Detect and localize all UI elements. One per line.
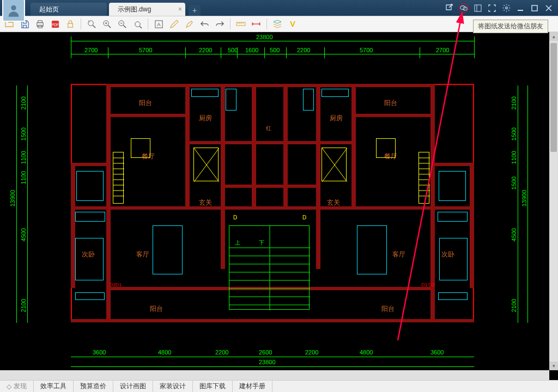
svg-text:PDF: PDF <box>51 23 58 27</box>
status-tools[interactable]: 效率工具 <box>34 381 74 392</box>
label-kitchen-l: 厨房 <box>199 114 212 123</box>
scroll-thumb-v[interactable] <box>550 43 557 152</box>
tab-start-label: 起始页 <box>39 5 59 14</box>
zoom-in-button[interactable] <box>101 18 113 30</box>
zoom-out-button[interactable] <box>116 18 128 30</box>
stairs-l <box>113 152 124 204</box>
fullscreen-icon[interactable] <box>487 3 497 13</box>
user-avatar[interactable] <box>2 0 25 22</box>
label-d1-r: D1 <box>421 282 428 287</box>
status-budget[interactable]: 预算造价 <box>74 381 113 392</box>
sink-l <box>226 89 236 111</box>
dim-top-5: 500 <box>270 47 280 53</box>
label-living-r: 客厅 <box>392 250 405 259</box>
tab-start[interactable]: 起始页 <box>31 3 107 16</box>
dim-right-1: 1500 <box>511 127 517 140</box>
dim-right-2: 1100 <box>511 151 517 164</box>
dim-bot-2: 2200 <box>215 349 228 356</box>
label-d1-l: D1 <box>116 282 122 287</box>
label-entrance-r: 玄关 <box>327 198 340 207</box>
svg-line-21 <box>123 25 126 28</box>
scrollbar-horizontal[interactable] <box>0 370 549 380</box>
pdf-button[interactable]: PDF <box>49 18 61 30</box>
svg-point-0 <box>11 5 16 10</box>
dim-right-4: 4500 <box>511 228 517 241</box>
highlight-button[interactable] <box>183 18 195 30</box>
scroll-down-button[interactable]: ▾ <box>549 362 558 370</box>
status-library[interactable]: 图库下载 <box>193 381 233 392</box>
share-icon[interactable] <box>445 3 454 13</box>
svg-rect-13 <box>68 23 73 27</box>
layers-button[interactable] <box>271 18 283 30</box>
dim-top-total: 23800 <box>256 34 273 40</box>
svg-rect-27 <box>236 22 245 26</box>
counter-r <box>322 89 349 97</box>
svg-line-24 <box>140 26 142 28</box>
layout-icon[interactable] <box>473 3 483 13</box>
lock-button[interactable] <box>64 18 76 30</box>
status-manual[interactable]: 建材手册 <box>233 381 272 392</box>
drawing-canvas[interactable]: 23800 2700 5700 2200 500 1600 500 2200 5… <box>0 32 558 380</box>
dim-top-7: 5700 <box>360 47 373 53</box>
maximize-icon[interactable] <box>530 3 539 13</box>
vip-button[interactable]: V <box>287 18 299 30</box>
dim-top-8: 2700 <box>436 47 449 53</box>
zoom-extents-button[interactable] <box>131 18 143 30</box>
add-tab-button[interactable]: + <box>189 5 201 16</box>
dim-right-total: 13900 <box>521 190 527 207</box>
table-l <box>131 138 150 158</box>
label-balcony-tr: 阳台 <box>384 99 397 108</box>
dimension-button[interactable] <box>250 18 262 30</box>
app-window: 起始页 示例图.dwg × + PDF <box>0 0 558 392</box>
elevator-r <box>322 148 347 181</box>
titlebar: 起始页 示例图.dwg × + <box>0 0 558 16</box>
zoom-window-button[interactable] <box>86 18 98 30</box>
svg-text:A: A <box>157 21 161 27</box>
sink-r <box>303 89 314 111</box>
svg-point-5 <box>505 7 507 9</box>
close-window-icon[interactable] <box>544 3 554 13</box>
wechat-share-icon[interactable] <box>459 3 469 13</box>
stairs-center <box>229 225 310 310</box>
undo-button[interactable] <box>198 18 210 30</box>
dim-left-1: 1500 <box>20 127 27 140</box>
print-button[interactable] <box>34 18 46 30</box>
status-discover[interactable]: ◇ 发现 <box>0 381 34 392</box>
dim-bot-3: 2600 <box>259 349 272 356</box>
scrollbar-vertical[interactable]: ▴ ▾ <box>549 32 558 370</box>
dim-top-3: 500 <box>228 47 238 53</box>
dim-right-5: 2100 <box>511 299 517 312</box>
dim-bot-5: 4800 <box>360 349 373 356</box>
label-living-l: 客厅 <box>136 250 149 259</box>
dim-right-3: 1500 <box>511 176 517 189</box>
measure-button[interactable] <box>235 18 247 30</box>
label-balcony-bl: 阳台 <box>150 304 163 314</box>
close-icon[interactable]: × <box>178 5 182 13</box>
svg-rect-3 <box>475 5 481 11</box>
label-red: 红 <box>266 125 271 132</box>
scroll-up-button[interactable]: ▴ <box>549 32 558 41</box>
minimize-icon[interactable] <box>515 3 525 13</box>
bed-r <box>439 238 468 280</box>
dim-left-3: 1100 <box>20 171 27 184</box>
sofa-r <box>357 225 387 274</box>
text-button[interactable]: A <box>153 18 165 30</box>
status-design[interactable]: 设计画图 <box>113 381 153 392</box>
svg-rect-7 <box>532 5 537 11</box>
dim-left-0: 2100 <box>20 96 27 109</box>
label-d-r: D <box>302 215 306 220</box>
document-tabs: 起始页 示例图.dwg × + <box>31 0 201 16</box>
status-decor[interactable]: 家装设计 <box>153 381 193 392</box>
settings-icon[interactable] <box>501 3 511 13</box>
svg-line-15 <box>93 25 95 28</box>
tab-document[interactable]: 示例图.dwg × <box>109 3 185 16</box>
dim-bot-total: 23800 <box>259 359 276 365</box>
wardrobe-l <box>75 212 105 222</box>
dim-bot-6: 3600 <box>430 349 444 356</box>
rail-br <box>438 292 468 300</box>
tab-document-label: 示例图.dwg <box>118 5 151 14</box>
pencil-button[interactable] <box>168 18 180 30</box>
toilet-r <box>439 171 466 201</box>
redo-button[interactable] <box>214 18 226 30</box>
label-entrance-l: 玄关 <box>199 198 212 207</box>
